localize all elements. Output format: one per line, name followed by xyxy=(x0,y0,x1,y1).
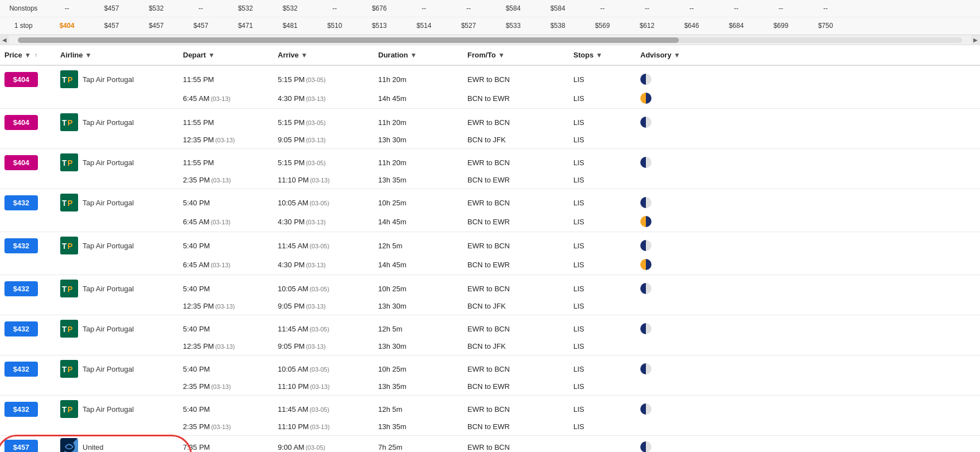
price-sort-icon[interactable]: ↑ xyxy=(35,52,37,58)
nonstop-price-cell[interactable]: -- xyxy=(446,3,491,13)
scrollbar-thumb[interactable] xyxy=(18,37,679,43)
duration-header[interactable]: Duration ▼ xyxy=(374,51,463,59)
flight-group[interactable]: $432 T P Tap Air Portugal5:40 PM10:05 AM… xyxy=(0,355,980,396)
advisory-half-dark-icon[interactable] xyxy=(640,197,651,208)
onestop-price-cell[interactable]: $684 xyxy=(714,21,759,31)
price-button[interactable]: $404 xyxy=(4,155,38,170)
advisory-half-dark-icon[interactable] xyxy=(640,283,651,294)
price-cell[interactable]: $432 xyxy=(0,362,56,377)
airline-header[interactable]: Airline ▼ xyxy=(56,51,178,59)
nonstop-price-cell[interactable]: $532 xyxy=(223,3,268,13)
price-header[interactable]: Price ▼ ↑ xyxy=(0,51,56,59)
onestop-price-cell[interactable]: $527 xyxy=(446,21,491,31)
arrive-filter-icon[interactable]: ▼ xyxy=(301,51,309,59)
advisory-half-dark-icon[interactable] xyxy=(640,117,651,128)
onestop-price-cell[interactable]: $612 xyxy=(625,21,669,31)
advisory-header[interactable]: Advisory ▼ xyxy=(636,51,980,59)
scroll-left-arrow[interactable]: ◀ xyxy=(0,35,9,45)
advisory-half-orange-icon[interactable] xyxy=(640,259,651,270)
depart-header[interactable]: Depart ▼ xyxy=(178,51,273,59)
stops-filter-icon[interactable]: ▼ xyxy=(596,51,604,59)
nonstop-price-cell[interactable]: -- xyxy=(45,3,89,13)
advisory-cell[interactable] xyxy=(636,441,980,452)
price-cell[interactable]: $432 xyxy=(0,321,56,336)
advisory-half-dark-icon[interactable] xyxy=(640,403,651,415)
advisory-half-orange-icon[interactable] xyxy=(640,93,651,104)
stops-header[interactable]: Stops ▼ xyxy=(569,51,636,59)
onestop-price-cell[interactable]: $481 xyxy=(268,21,312,31)
price-button[interactable]: $432 xyxy=(4,195,38,210)
advisory-half-dark-icon[interactable] xyxy=(640,157,651,168)
scrollbar-track[interactable] xyxy=(18,37,962,43)
advisory-cell[interactable] xyxy=(636,363,980,374)
nonstop-price-cell[interactable]: $532 xyxy=(268,3,312,13)
onestop-price-cell[interactable]: $457 xyxy=(134,21,178,31)
price-button[interactable]: $432 xyxy=(4,321,38,336)
onestop-price-cell[interactable]: $538 xyxy=(535,21,580,31)
onestop-price-cell[interactable]: $646 xyxy=(669,21,714,31)
nonstop-price-cell[interactable]: -- xyxy=(714,3,759,13)
nonstop-price-cell[interactable]: -- xyxy=(580,3,625,13)
airline-filter-icon[interactable]: ▼ xyxy=(85,51,93,59)
advisory-cell[interactable] xyxy=(636,240,980,251)
advisory-cell[interactable] xyxy=(636,403,980,415)
nonstop-price-cell[interactable]: -- xyxy=(669,3,714,13)
nonstop-price-cell[interactable]: -- xyxy=(759,3,803,13)
price-cell[interactable]: $432 xyxy=(0,238,56,253)
advisory-half-dark-icon[interactable] xyxy=(640,363,651,374)
advisory-half-dark-icon[interactable] xyxy=(640,74,651,85)
flight-group[interactable]: $404 T P Tap Air Portugal11:55 PM5:15 PM… xyxy=(0,149,980,189)
nonstop-price-cell[interactable]: -- xyxy=(312,3,357,13)
flight-group[interactable]: $404 T P Tap Air Portugal11:55 PM5:15 PM… xyxy=(0,109,980,149)
scroll-right-arrow[interactable]: ▶ xyxy=(971,35,980,45)
nonstop-price-cell[interactable]: $457 xyxy=(89,3,134,13)
advisory-cell[interactable] xyxy=(636,259,980,270)
duration-filter-icon[interactable]: ▼ xyxy=(410,51,418,59)
nonstop-price-cell[interactable]: -- xyxy=(402,3,446,13)
advisory-half-orange-icon[interactable] xyxy=(640,216,651,227)
advisory-cell[interactable] xyxy=(636,197,980,208)
advisory-cell[interactable] xyxy=(636,93,980,104)
price-filter-icon[interactable]: ▼ xyxy=(25,51,32,59)
fromto-filter-icon[interactable]: ▼ xyxy=(498,51,506,59)
onestop-price-cell[interactable]: $471 xyxy=(223,21,268,31)
advisory-half-dark-icon[interactable] xyxy=(640,240,651,251)
depart-filter-icon[interactable]: ▼ xyxy=(208,51,216,59)
price-button[interactable]: $432 xyxy=(4,362,38,377)
price-cell[interactable]: $457 xyxy=(0,440,56,453)
flight-group[interactable]: $432 T P Tap Air Portugal5:40 PM10:05 AM… xyxy=(0,275,980,315)
nonstop-price-cell[interactable]: $584 xyxy=(491,3,535,13)
arrive-header[interactable]: Arrive ▼ xyxy=(273,51,374,59)
onestop-price-cell[interactable]: $699 xyxy=(759,21,803,31)
nonstop-price-cell[interactable]: -- xyxy=(803,3,848,13)
price-button[interactable]: $404 xyxy=(4,115,38,130)
price-cell[interactable]: $432 xyxy=(0,195,56,210)
advisory-cell[interactable] xyxy=(636,74,980,85)
flight-group[interactable]: $457United7:35 PM9:00 AM(03-05)7h 25mEWR… xyxy=(0,436,980,452)
onestop-price-cell[interactable]: $513 xyxy=(357,21,402,31)
flight-group[interactable]: $432 T P Tap Air Portugal5:40 PM10:05 AM… xyxy=(0,189,980,232)
onestop-price-cell[interactable]: $569 xyxy=(580,21,625,31)
onestop-price-cell[interactable]: $533 xyxy=(491,21,535,31)
nonstop-price-cell[interactable]: $532 xyxy=(134,3,178,13)
nonstop-price-cell[interactable]: $584 xyxy=(535,3,580,13)
advisory-filter-icon[interactable]: ▼ xyxy=(674,51,682,59)
advisory-cell[interactable] xyxy=(636,216,980,227)
onestop-price-cell[interactable]: $404 xyxy=(45,21,89,31)
price-cell[interactable]: $404 xyxy=(0,155,56,170)
onestop-price-cell[interactable]: $457 xyxy=(178,21,223,31)
nonstop-price-cell[interactable]: $676 xyxy=(357,3,402,13)
nonstop-price-cell[interactable]: -- xyxy=(625,3,669,13)
flight-group[interactable]: $432 T P Tap Air Portugal5:40 PM11:45 AM… xyxy=(0,396,980,436)
advisory-half-dark-icon[interactable] xyxy=(640,323,651,334)
advisory-cell[interactable] xyxy=(636,117,980,128)
advisory-half-dark-icon[interactable] xyxy=(640,441,651,452)
onestop-price-cell[interactable]: $457 xyxy=(89,21,134,31)
price-button[interactable]: $432 xyxy=(4,281,38,296)
price-button[interactable]: $457 xyxy=(4,440,38,453)
price-cell[interactable]: $404 xyxy=(0,115,56,130)
price-button[interactable]: $432 xyxy=(4,238,38,253)
flight-group[interactable]: $432 T P Tap Air Portugal5:40 PM11:45 AM… xyxy=(0,232,980,275)
advisory-cell[interactable] xyxy=(636,157,980,168)
advisory-cell[interactable] xyxy=(636,323,980,334)
